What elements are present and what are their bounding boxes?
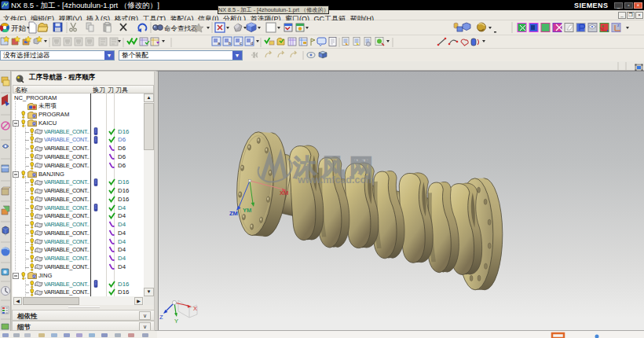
svg-text:开始: 开始 [11,24,27,32]
svg-text:X: X [193,305,197,312]
svg-text:Y: Y [174,318,178,325]
svg-text:www.mfcad.com: www.mfcad.com [297,175,375,186]
svg-text:命令查找器: 命令查找器 [164,24,198,32]
svg-text:Z: Z [159,314,163,321]
svg-text:c: c [240,41,242,46]
svg-text:YM: YM [243,207,251,214]
svg-text:XM: XM [280,189,288,197]
svg-text:d: d [251,41,253,46]
svg-text:ZM: ZM [229,210,238,217]
